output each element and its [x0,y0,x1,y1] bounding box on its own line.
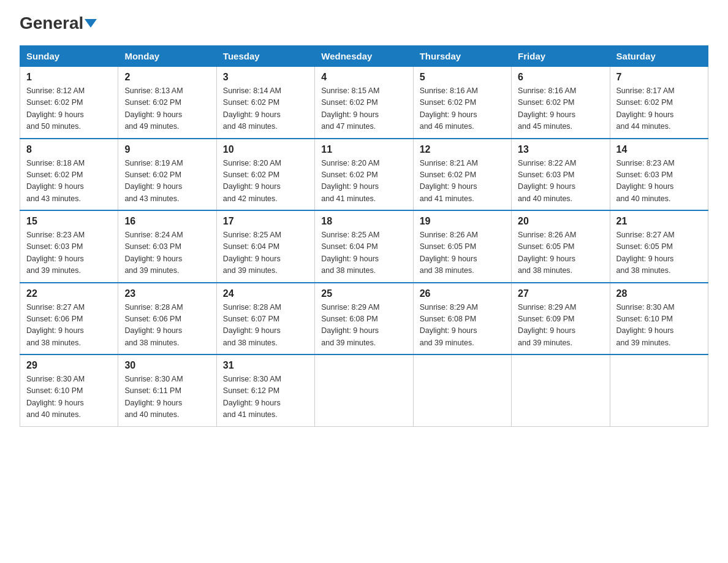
week-row-4: 22 Sunrise: 8:27 AMSunset: 6:06 PMDaylig… [20,283,708,355]
day-number: 5 [420,72,505,83]
calendar-cell: 4 Sunrise: 8:15 AMSunset: 6:02 PMDayligh… [315,67,413,139]
day-info: Sunrise: 8:18 AMSunset: 6:02 PMDaylight:… [26,158,112,205]
calendar-cell: 24 Sunrise: 8:28 AMSunset: 6:07 PMDaylig… [216,283,314,355]
calendar-cell: 5 Sunrise: 8:16 AMSunset: 6:02 PMDayligh… [413,67,511,139]
header-day-tuesday: Tuesday [216,46,314,67]
calendar-table: SundayMondayTuesdayWednesdayThursdayFrid… [20,45,708,427]
day-info: Sunrise: 8:16 AMSunset: 6:02 PMDaylight:… [518,85,603,133]
day-info: Sunrise: 8:29 AMSunset: 6:08 PMDaylight:… [420,302,505,350]
day-info: Sunrise: 8:28 AMSunset: 6:07 PMDaylight:… [223,302,308,350]
day-info: Sunrise: 8:17 AMSunset: 6:02 PMDaylight:… [616,85,702,133]
calendar-cell: 12 Sunrise: 8:21 AMSunset: 6:02 PMDaylig… [413,139,511,211]
calendar-cell: 14 Sunrise: 8:23 AMSunset: 6:03 PMDaylig… [610,139,708,211]
day-info: Sunrise: 8:12 AMSunset: 6:02 PMDaylight:… [26,85,112,133]
calendar-cell: 13 Sunrise: 8:22 AMSunset: 6:03 PMDaylig… [512,139,610,211]
week-row-1: 1 Sunrise: 8:12 AMSunset: 6:02 PMDayligh… [20,67,708,139]
calendar-cell: 31 Sunrise: 8:30 AMSunset: 6:12 PMDaylig… [216,354,314,426]
day-number: 14 [616,144,702,155]
day-info: Sunrise: 8:19 AMSunset: 6:02 PMDaylight:… [124,158,210,205]
logo-general: General [20,15,97,32]
day-info: Sunrise: 8:23 AMSunset: 6:03 PMDaylight:… [26,229,112,277]
calendar-body: 1 Sunrise: 8:12 AMSunset: 6:02 PMDayligh… [20,67,708,427]
calendar-cell: 30 Sunrise: 8:30 AMSunset: 6:11 PMDaylig… [118,354,216,426]
day-number: 9 [124,144,210,155]
logo-triangle-icon [85,19,97,28]
week-row-5: 29 Sunrise: 8:30 AMSunset: 6:10 PMDaylig… [20,354,708,426]
calendar-header: SundayMondayTuesdayWednesdayThursdayFrid… [20,46,708,67]
day-info: Sunrise: 8:24 AMSunset: 6:03 PMDaylight:… [124,229,210,277]
day-info: Sunrise: 8:25 AMSunset: 6:04 PMDaylight:… [223,229,308,277]
calendar-cell: 25 Sunrise: 8:29 AMSunset: 6:08 PMDaylig… [315,283,413,355]
day-number: 18 [321,216,406,227]
day-number: 30 [124,360,210,371]
calendar-cell: 21 Sunrise: 8:27 AMSunset: 6:05 PMDaylig… [610,210,708,283]
day-info: Sunrise: 8:29 AMSunset: 6:09 PMDaylight:… [518,302,603,350]
day-number: 19 [420,216,505,227]
calendar-cell: 2 Sunrise: 8:13 AMSunset: 6:02 PMDayligh… [118,67,216,139]
day-number: 17 [223,216,308,227]
day-info: Sunrise: 8:27 AMSunset: 6:06 PMDaylight:… [26,302,112,350]
day-number: 29 [26,360,112,371]
header-day-wednesday: Wednesday [315,46,413,67]
day-number: 6 [518,72,603,83]
calendar-cell: 27 Sunrise: 8:29 AMSunset: 6:09 PMDaylig… [512,283,610,355]
day-number: 4 [321,72,406,83]
calendar-cell: 29 Sunrise: 8:30 AMSunset: 6:10 PMDaylig… [20,354,118,426]
day-number: 2 [124,72,210,83]
header-day-friday: Friday [512,46,610,67]
calendar-cell: 9 Sunrise: 8:19 AMSunset: 6:02 PMDayligh… [118,139,216,211]
calendar-cell: 20 Sunrise: 8:26 AMSunset: 6:05 PMDaylig… [512,210,610,283]
header-day-thursday: Thursday [413,46,511,67]
day-info: Sunrise: 8:20 AMSunset: 6:02 PMDaylight:… [321,158,406,205]
calendar-cell: 18 Sunrise: 8:25 AMSunset: 6:04 PMDaylig… [315,210,413,283]
calendar-cell: 28 Sunrise: 8:30 AMSunset: 6:10 PMDaylig… [610,283,708,355]
calendar-cell [315,354,413,426]
calendar-cell: 7 Sunrise: 8:17 AMSunset: 6:02 PMDayligh… [610,67,708,139]
calendar-cell: 26 Sunrise: 8:29 AMSunset: 6:08 PMDaylig… [413,283,511,355]
day-number: 8 [26,144,112,155]
calendar-cell: 23 Sunrise: 8:28 AMSunset: 6:06 PMDaylig… [118,283,216,355]
day-number: 31 [223,360,308,371]
day-number: 23 [124,288,210,299]
week-row-2: 8 Sunrise: 8:18 AMSunset: 6:02 PMDayligh… [20,139,708,211]
calendar-cell: 1 Sunrise: 8:12 AMSunset: 6:02 PMDayligh… [20,67,118,139]
logo: General [20,15,97,33]
day-info: Sunrise: 8:25 AMSunset: 6:04 PMDaylight:… [321,229,406,277]
day-info: Sunrise: 8:20 AMSunset: 6:02 PMDaylight:… [223,158,308,205]
day-number: 13 [518,144,603,155]
day-number: 28 [616,288,702,299]
day-number: 27 [518,288,603,299]
calendar-cell: 11 Sunrise: 8:20 AMSunset: 6:02 PMDaylig… [315,139,413,211]
week-row-3: 15 Sunrise: 8:23 AMSunset: 6:03 PMDaylig… [20,210,708,283]
day-info: Sunrise: 8:26 AMSunset: 6:05 PMDaylight:… [420,229,505,277]
day-number: 11 [321,144,406,155]
day-number: 16 [124,216,210,227]
calendar-cell: 16 Sunrise: 8:24 AMSunset: 6:03 PMDaylig… [118,210,216,283]
day-info: Sunrise: 8:15 AMSunset: 6:02 PMDaylight:… [321,85,406,133]
day-number: 26 [420,288,505,299]
calendar-cell [413,354,511,426]
day-info: Sunrise: 8:21 AMSunset: 6:02 PMDaylight:… [420,158,505,205]
calendar-cell: 17 Sunrise: 8:25 AMSunset: 6:04 PMDaylig… [216,210,314,283]
day-info: Sunrise: 8:23 AMSunset: 6:03 PMDaylight:… [616,158,702,205]
day-number: 15 [26,216,112,227]
header-row: SundayMondayTuesdayWednesdayThursdayFrid… [20,46,708,67]
header-day-sunday: Sunday [20,46,118,67]
day-info: Sunrise: 8:29 AMSunset: 6:08 PMDaylight:… [321,302,406,350]
header: General [20,15,708,33]
calendar-cell: 10 Sunrise: 8:20 AMSunset: 6:02 PMDaylig… [216,139,314,211]
day-info: Sunrise: 8:26 AMSunset: 6:05 PMDaylight:… [518,229,603,277]
day-info: Sunrise: 8:14 AMSunset: 6:02 PMDaylight:… [223,85,308,133]
day-info: Sunrise: 8:30 AMSunset: 6:10 PMDaylight:… [616,302,702,350]
day-number: 1 [26,72,112,83]
day-info: Sunrise: 8:30 AMSunset: 6:11 PMDaylight:… [124,373,210,421]
calendar-cell: 3 Sunrise: 8:14 AMSunset: 6:02 PMDayligh… [216,67,314,139]
day-info: Sunrise: 8:30 AMSunset: 6:10 PMDaylight:… [26,373,112,421]
day-number: 22 [26,288,112,299]
calendar-cell: 15 Sunrise: 8:23 AMSunset: 6:03 PMDaylig… [20,210,118,283]
day-info: Sunrise: 8:16 AMSunset: 6:02 PMDaylight:… [420,85,505,133]
day-number: 21 [616,216,702,227]
day-info: Sunrise: 8:22 AMSunset: 6:03 PMDaylight:… [518,158,603,205]
header-day-saturday: Saturday [610,46,708,67]
calendar-cell [610,354,708,426]
